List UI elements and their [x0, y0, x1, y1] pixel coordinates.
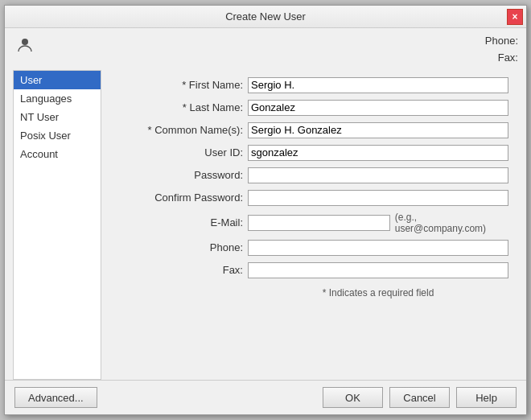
create-new-user-dialog: Create New User × Phone: Fax: — [4, 5, 527, 415]
sidebar-item-account[interactable]: Account — [14, 145, 101, 163]
confirm-password-input[interactable] — [248, 190, 508, 206]
sidebar-item-posix-user[interactable]: Posix User — [14, 126, 101, 145]
dialog-body: Phone: Fax: User Languages NT User Posix… — [5, 28, 526, 414]
phone-label: Phone: — [111, 241, 248, 253]
help-button[interactable]: Help — [456, 387, 517, 408]
form-area: * First Name: * Last Name: * Common Name… — [101, 70, 518, 380]
user-id-input[interactable] — [248, 145, 508, 161]
top-area: Phone: Fax: — [5, 28, 526, 70]
confirm-password-row: Confirm Password: — [111, 189, 508, 207]
email-row: E-Mail: (e.g., user@company.com) — [111, 212, 508, 234]
fax-label-top: Fax: — [485, 50, 518, 67]
sidebar-item-languages[interactable]: Languages — [14, 89, 101, 108]
sidebar-item-nt-user[interactable]: NT User — [14, 108, 101, 126]
common-name-input[interactable] — [248, 122, 508, 138]
common-name-label: * Common Name(s): — [111, 124, 248, 136]
last-name-input[interactable] — [248, 100, 508, 116]
common-name-row: * Common Name(s): — [111, 121, 508, 139]
password-label: Password: — [111, 169, 248, 181]
user-id-row: User ID: — [111, 144, 508, 162]
password-input[interactable] — [248, 167, 508, 183]
phone-input[interactable] — [248, 240, 508, 256]
user-icon — [13, 33, 37, 57]
bottom-bar: Advanced... OK Cancel Help — [5, 380, 526, 414]
sidebar: User Languages NT User Posix User Accoun… — [13, 70, 101, 380]
advanced-button[interactable]: Advanced... — [14, 387, 97, 408]
email-label: E-Mail: — [111, 216, 248, 229]
last-name-row: * Last Name: — [111, 99, 508, 117]
password-row: Password: — [111, 167, 508, 184]
last-name-label: * Last Name: — [111, 101, 248, 113]
required-note: * Indicates a required field — [111, 287, 508, 299]
phone-fax-area: Phone: Fax: — [485, 33, 518, 67]
first-name-input[interactable] — [248, 77, 508, 93]
confirm-password-label: Confirm Password: — [111, 191, 248, 204]
svg-point-0 — [22, 39, 28, 45]
first-name-row: * First Name: — [111, 76, 508, 94]
dialog-title: Create New User — [225, 10, 306, 23]
title-bar: Create New User × — [5, 6, 526, 28]
cancel-button[interactable]: Cancel — [389, 387, 450, 408]
user-id-label: User ID: — [111, 146, 248, 159]
main-content: User Languages NT User Posix User Accoun… — [5, 70, 526, 380]
fax-row: Fax: — [111, 261, 508, 279]
first-name-label: * First Name: — [111, 79, 248, 91]
phone-row: Phone: — [111, 239, 508, 257]
close-button[interactable]: × — [507, 9, 523, 25]
ok-button[interactable]: OK — [323, 387, 383, 408]
fax-label: Fax: — [111, 264, 248, 276]
phone-label-top: Phone: — [485, 33, 518, 50]
email-input[interactable] — [248, 215, 390, 231]
user-icon-area — [13, 33, 45, 57]
email-hint: (e.g., user@company.com) — [395, 212, 508, 234]
fax-input[interactable] — [248, 262, 508, 278]
sidebar-item-user[interactable]: User — [14, 71, 101, 89]
